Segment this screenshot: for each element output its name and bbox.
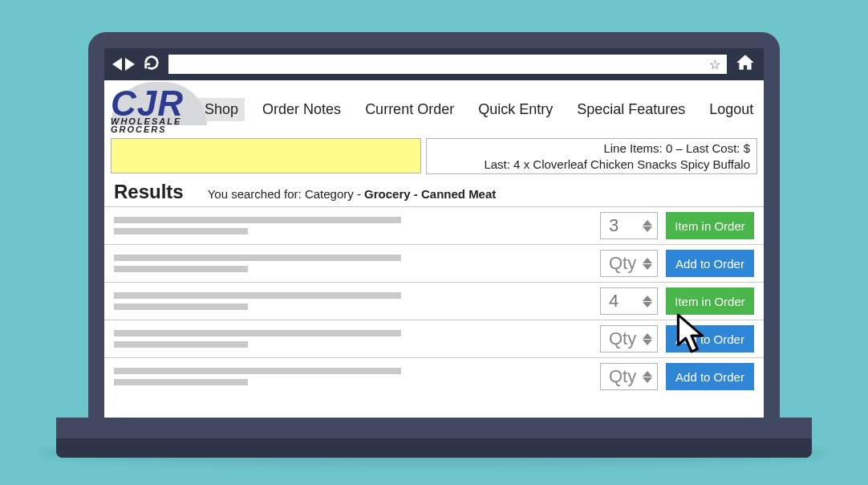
laptop-frame: ☆ CJR WHOLESALE GROCERS Shop Order Notes… <box>88 32 780 458</box>
stepper-arrows-icon[interactable] <box>643 258 652 270</box>
stepper-arrows-icon[interactable] <box>643 333 652 345</box>
back-icon[interactable] <box>112 58 122 71</box>
nav-special-features[interactable]: Special Features <box>570 98 692 121</box>
result-text-placeholder <box>114 255 592 272</box>
order-status-box: Line Items: 0 – Last Cost: $ Last: 4 x C… <box>426 138 757 174</box>
browser-toolbar: ☆ <box>104 48 764 80</box>
site-logo: CJR WHOLESALE GROCERS <box>111 85 184 133</box>
stepper-arrows-icon[interactable] <box>643 371 652 383</box>
result-row: 4Item in Order <box>104 282 764 320</box>
qty-stepper[interactable]: 4 <box>600 287 658 315</box>
stepper-arrows-icon[interactable] <box>643 295 652 308</box>
result-text-placeholder <box>114 330 592 348</box>
result-row: 3Item in Order <box>104 206 764 244</box>
nav-current-order[interactable]: Current Order <box>359 98 460 121</box>
add-to-order-button[interactable]: Add to Order <box>666 363 754 390</box>
result-row: QtyAdd to Order <box>104 357 764 395</box>
qty-value: Qty <box>609 253 636 274</box>
result-row: QtyAdd to Order <box>104 320 764 357</box>
nav-quick-entry[interactable]: Quick Entry <box>472 98 559 121</box>
qty-stepper[interactable]: Qty <box>600 325 658 353</box>
status-line-2: Last: 4 x Cloverleaf Chicken Snacks Spic… <box>433 157 750 173</box>
nav-order-notes[interactable]: Order Notes <box>256 98 347 121</box>
logo-tagline: WHOLESALE GROCERS <box>111 118 184 133</box>
qty-stepper[interactable]: Qty <box>600 250 658 277</box>
search-info: You searched for: Category - Grocery - C… <box>208 187 497 201</box>
item-in-order-button[interactable]: Item in Order <box>666 212 754 239</box>
reload-icon[interactable] <box>143 54 160 75</box>
forward-icon[interactable] <box>125 58 135 71</box>
mouse-cursor-icon <box>674 313 709 358</box>
result-text-placeholder <box>114 292 592 310</box>
qty-value: 3 <box>609 215 619 236</box>
logo-name: CJR <box>111 88 184 118</box>
qty-value: 4 <box>609 291 619 312</box>
qty-value: Qty <box>609 328 636 349</box>
item-in-order-button[interactable]: Item in Order <box>666 287 754 315</box>
qty-value: Qty <box>609 366 636 387</box>
add-to-order-button[interactable]: Add to Order <box>666 250 754 277</box>
result-row: QtyAdd to Order <box>104 244 764 282</box>
main-nav: Shop Order Notes Current Order Quick Ent… <box>198 98 760 121</box>
status-line-1: Line Items: 0 – Last Cost: $ <box>433 141 750 157</box>
nav-logout[interactable]: Logout <box>703 98 760 121</box>
result-text-placeholder <box>114 368 592 385</box>
home-icon[interactable] <box>735 52 756 76</box>
url-bar[interactable]: ☆ <box>168 55 727 74</box>
stepper-arrows-icon[interactable] <box>643 220 652 232</box>
qty-stepper[interactable]: 3 <box>600 212 658 239</box>
bookmark-star-icon[interactable]: ☆ <box>709 57 720 72</box>
qty-stepper[interactable]: Qty <box>600 363 658 390</box>
results-title: Results <box>114 181 184 203</box>
result-text-placeholder <box>114 217 592 234</box>
message-banner <box>111 138 421 173</box>
page-content: CJR WHOLESALE GROCERS Shop Order Notes C… <box>104 80 764 418</box>
